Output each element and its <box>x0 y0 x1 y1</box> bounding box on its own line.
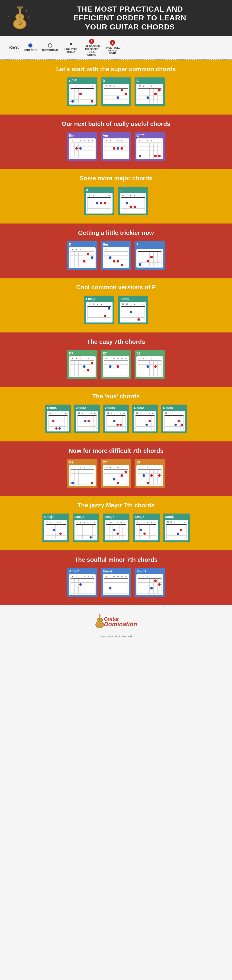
svg-point-9 <box>17 6 18 8</box>
chord-gmaj7-grid: ooooo <box>74 520 98 541</box>
chord-cmaj7-grid: ✕ooo <box>44 520 67 541</box>
key-root-text: ROOT NOTE <box>24 49 37 52</box>
header-section: ♪ ♫ ♩ THE MOST PRACTICAL AND EFFICIENT O… <box>0 0 232 36</box>
footer-section: Guitar Domination www.guitardomination.n… <box>0 605 232 645</box>
chord-gmaj7-name: Gmaj7 <box>74 515 98 519</box>
chord-g-folk: G"folk" ooo <box>67 78 98 107</box>
chord-em-grid: ooooo <box>69 138 96 159</box>
chord-e7-name: E7 <box>103 352 129 355</box>
x-icon: ✕ <box>69 41 73 47</box>
chord-d-grid: ✕✕o <box>103 84 129 104</box>
chords-row-6: D7 ✕✕oo <box>9 350 223 379</box>
chord-dm-name: Dm <box>69 242 96 246</box>
footer-domain: www.guitardomination.net <box>93 635 139 638</box>
chord-cmaj7-name: Cmaj7 <box>44 515 67 519</box>
key-label: KEY: <box>9 45 19 50</box>
section-title-9: The jazzy Major 7th chords <box>9 502 223 509</box>
chord-d7: D7 ✕✕oo <box>67 350 98 379</box>
chords-row-3: A ✕oo <box>9 187 223 215</box>
chord-fmaj7: Fmaj7 ✕✕oo <box>84 296 114 325</box>
chord-dm-grid: ✕✕o <box>69 247 96 268</box>
chord-bm-grid: ✕ <box>103 247 129 268</box>
section-title-5: Cool common versions of F <box>9 284 223 291</box>
root-note-icon <box>28 43 32 48</box>
chord-fmaj7-grid: ✕✕oo <box>86 302 112 323</box>
section-title-10: The soulful minor 7th chords <box>9 556 223 563</box>
key-section: KEY: ROOT NOTE OPEN STRING ✕ UNPLAYED ST… <box>0 36 232 60</box>
chord-gmaj7: Gmaj7 ooooo <box>73 514 99 542</box>
key-fret-text: FINGER USED TO FRET NOTE <box>104 46 121 55</box>
chord-dsus2: Dsus2 ✕✕ooo <box>132 404 158 433</box>
chord-e7-grid: ooooo <box>103 356 129 377</box>
chord-em-name: Em <box>69 134 96 137</box>
chord-fadd9-grid: ✕✕oo <box>120 302 146 323</box>
chord-asus2: Asus2 ✕oooo <box>74 404 100 433</box>
chord-e-grid: oooo <box>120 193 146 213</box>
chord-dmaj7-grid: ✕✕oo <box>165 520 188 541</box>
chord-am-grid: ✕ooo <box>103 138 129 159</box>
chord-amaj7-grid: ✕oooo <box>105 520 128 541</box>
chords-row-1: G"folk" ooo <box>9 78 223 107</box>
chord-amaj7-name: Amaj7 <box>105 515 128 519</box>
chord-g7: G7 ooo <box>67 459 98 488</box>
section-title-6: The easy 7th chords <box>9 338 223 345</box>
chord-asus4: Asus4 ✕ooo <box>103 404 129 433</box>
chord-g-rock-name: G"rock" <box>136 134 163 137</box>
chord-dsus4-name: Dsus4 <box>163 406 185 410</box>
guitar-icon: ♪ ♫ ♩ <box>7 5 35 31</box>
chord-amin7-grid: ✕oooo <box>69 574 96 595</box>
chord-esus4-grid: oooo <box>47 411 69 431</box>
section-sus: The 'sus' chords Esus4 oooo <box>0 387 232 441</box>
footer-logo: Guitar Domination www.guitardomination.n… <box>93 612 139 638</box>
section-title-8: Now for more difficult 7th chords <box>9 447 223 454</box>
chord-d7-grid: ✕✕oo <box>69 356 96 377</box>
chord-a-grid: ✕oo <box>86 193 112 213</box>
chord-b7-grid: ✕oo <box>136 465 163 486</box>
chord-c7-grid: ✕oo <box>103 465 129 486</box>
chord-f-grid <box>136 249 163 267</box>
chord-c: C ✕oo <box>134 78 165 107</box>
chord-dmin7-name: Dmin7 <box>136 570 163 573</box>
svg-text:♩: ♩ <box>8 14 10 18</box>
chord-d7-name: D7 <box>69 352 96 355</box>
chord-amaj7: Amaj7 ✕oooo <box>103 514 130 542</box>
guitar-logo-icon: Guitar Domination <box>93 612 139 633</box>
chord-g7-grid: ooo <box>69 465 96 486</box>
chord-asus2-name: Asus2 <box>76 406 98 410</box>
section-title-7: The 'sus' chords <box>9 393 223 400</box>
section-trickier: Getting a little trickier now Dm ✕✕o <box>0 223 232 278</box>
chord-dsus2-grid: ✕✕ooo <box>134 411 156 431</box>
chords-row-9: Cmaj7 ✕ooo <box>9 514 223 542</box>
section-more-major: Some more major chords A ✕oo <box>0 169 232 223</box>
section-title-2: Our next batch of really useful chords <box>9 120 223 127</box>
chord-fmaj7-name: Fmaj7 <box>86 297 112 301</box>
chord-b7: B7 ✕oo <box>134 459 165 488</box>
chord-c-name: C <box>136 79 163 83</box>
chord-bm: Bm ✕ <box>101 241 131 270</box>
chord-dmaj7-name: Dmaj7 <box>165 515 188 519</box>
key-kill-string: 1 USE BACK OF 1ST FINGER TO KILL STRING <box>83 39 100 56</box>
svg-text:♫: ♫ <box>28 16 30 19</box>
key-open-string: OPEN STRING <box>42 43 58 52</box>
header-title: THE MOST PRACTICAL AND EFFICIENT ORDER T… <box>35 5 225 31</box>
chord-f-name: F <box>136 242 163 246</box>
chord-dmaj7: Dmaj7 ✕✕oo <box>163 514 190 542</box>
key-open-text: OPEN STRING <box>42 49 58 52</box>
section-title-4: Getting a little trickier now <box>9 229 223 237</box>
chord-fadd9: Fadd9 ✕✕oo <box>118 296 148 325</box>
chord-fadd9-name: Fadd9 <box>120 297 146 301</box>
key-kill-text: USE BACK OF 1ST FINGER TO KILL STRING <box>83 45 100 56</box>
key-fret-note: 1 FINGER USED TO FRET NOTE <box>104 40 121 55</box>
section-super-common: Let's start with the super common chords… <box>0 60 232 115</box>
chord-a7: A7 ✕ooo <box>134 350 165 379</box>
key-x-text: UNPLAYED STRING <box>62 48 79 54</box>
chord-dmin7: Dmin7 ✕✕o <box>134 568 165 597</box>
chord-am: Am ✕ooo <box>101 132 131 161</box>
section-title-3: Some more major chords <box>9 175 223 182</box>
chord-b7-name: B7 <box>136 460 163 464</box>
chord-a7-name: A7 <box>136 352 163 355</box>
section-jazzy-maj7: The jazzy Major 7th chords Cmaj7 ✕ooo <box>0 496 232 550</box>
chords-row-10: Amin7 ✕oooo <box>9 568 223 597</box>
chord-g-folk-grid: ooo <box>69 84 96 105</box>
key-root-note: ROOT NOTE <box>24 43 37 52</box>
